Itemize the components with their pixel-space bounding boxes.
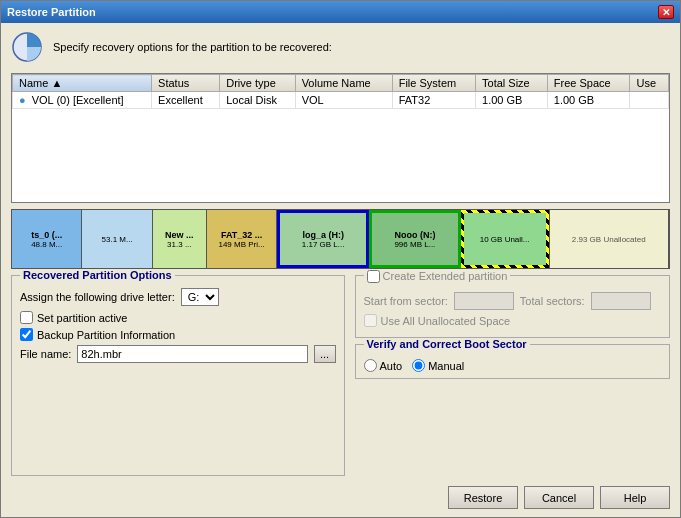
total-sectors-label: Total sectors: [520, 295, 585, 307]
cancel-button[interactable]: Cancel [524, 486, 594, 509]
set-active-label: Set partition active [37, 312, 128, 324]
backup-checkbox[interactable] [20, 328, 33, 341]
col-use[interactable]: Use [630, 75, 669, 92]
manual-label: Manual [428, 360, 464, 372]
start-sector-label: Start from sector: [364, 295, 448, 307]
drive-letter-select[interactable]: G: [181, 288, 219, 306]
set-active-row: Set partition active [20, 311, 336, 324]
table-row[interactable]: ● VOL (0) [Excellent] Excellent Local Di… [13, 92, 669, 109]
disk-segment-nooo[interactable]: Nooo (N:) 996 MB L... [369, 210, 461, 268]
header-text: Specify recovery options for the partiti… [53, 41, 332, 53]
col-free-space[interactable]: Free Space [547, 75, 630, 92]
cell-name: ● VOL (0) [Excellent] [13, 92, 152, 109]
window-content: Specify recovery options for the partiti… [1, 23, 680, 517]
col-name[interactable]: Name ▲ [13, 75, 152, 92]
options-area: Recovered Partition Options Assign the f… [11, 275, 670, 476]
drive-letter-label: Assign the following drive letter: [20, 291, 175, 303]
bottom-buttons: Restore Cancel Help [11, 482, 670, 509]
window-title: Restore Partition [7, 6, 96, 18]
col-status[interactable]: Status [152, 75, 220, 92]
unallocated-checkbox [364, 314, 377, 327]
disk-segment-log[interactable]: log_a (H:) 1.17 GB L... [277, 210, 369, 268]
set-active-checkbox[interactable] [20, 311, 33, 324]
table-header-row: Name ▲ Status Drive type Volume Name Fil… [13, 75, 669, 92]
restore-button[interactable]: Restore [448, 486, 518, 509]
file-label: File name: [20, 348, 71, 360]
backup-row: Backup Partition Information [20, 328, 336, 341]
create-extended-label: Create Extended partition [383, 270, 508, 282]
backup-label: Backup Partition Information [37, 329, 175, 341]
auto-radio[interactable] [364, 359, 377, 372]
restore-partition-window: Restore Partition ✕ Specify recovery opt… [0, 0, 681, 518]
cell-drive-type: Local Disk [220, 92, 295, 109]
left-options-title: Recovered Partition Options [20, 269, 175, 281]
unallocated-label: Use All Unallocated Space [381, 315, 511, 327]
col-volume-name[interactable]: Volume Name [295, 75, 392, 92]
boot-sector-radio-group: Auto Manual [364, 359, 662, 372]
col-drive-type[interactable]: Drive type [220, 75, 295, 92]
disk-segment-fat[interactable]: FAT_32 ... 149 MB Pri... [207, 210, 277, 268]
col-file-system[interactable]: File System [392, 75, 475, 92]
file-input[interactable]: 82h.mbr [77, 345, 307, 363]
sector-rows: Start from sector: Total sectors: Use Al… [364, 292, 662, 327]
cell-free-space: 1.00 GB [547, 92, 630, 109]
unallocated-row: Use All Unallocated Space [364, 314, 662, 327]
titlebar: Restore Partition ✕ [1, 1, 680, 23]
auto-label: Auto [380, 360, 403, 372]
left-options-panel: Recovered Partition Options Assign the f… [11, 275, 345, 476]
cell-file-system: FAT32 [392, 92, 475, 109]
partition-table-container[interactable]: Name ▲ Status Drive type Volume Name Fil… [11, 73, 670, 203]
manual-radio-label: Manual [412, 359, 464, 372]
partition-table: Name ▲ Status Drive type Volume Name Fil… [12, 74, 669, 109]
disk-segment-selected[interactable]: 10 GB Unall... [461, 210, 550, 268]
close-button[interactable]: ✕ [658, 5, 674, 19]
disk-segment-new[interactable]: New ... 31.3 ... [153, 210, 207, 268]
right-options-panel: Create Extended partition Start from sec… [355, 275, 671, 476]
disk-segment-unalloc2[interactable]: 2.93 GB Unallocated [550, 210, 669, 268]
drive-letter-row: Assign the following drive letter: G: [20, 288, 336, 306]
auto-radio-label: Auto [364, 359, 403, 372]
create-extended-title: Create Extended partition [364, 269, 511, 283]
verify-boot-panel: Verify and Correct Boot Sector Auto Manu… [355, 344, 671, 379]
total-sectors-input [591, 292, 651, 310]
manual-radio[interactable] [412, 359, 425, 372]
help-button[interactable]: Help [600, 486, 670, 509]
cell-use [630, 92, 669, 109]
start-sector-input [454, 292, 514, 310]
header-area: Specify recovery options for the partiti… [11, 31, 670, 63]
col-total-size[interactable]: Total Size [476, 75, 548, 92]
disk-map: ts_0 (... 48.8 M... 53.1 M... New ... 31… [11, 209, 670, 269]
verify-boot-title: Verify and Correct Boot Sector [364, 338, 530, 350]
disk-segment-51[interactable]: 53.1 M... [82, 210, 152, 268]
disk-segment-ts[interactable]: ts_0 (... 48.8 M... [12, 210, 82, 268]
cell-total-size: 1.00 GB [476, 92, 548, 109]
browse-button[interactable]: ... [314, 345, 336, 363]
cell-status: Excellent [152, 92, 220, 109]
cell-volume-name: VOL [295, 92, 392, 109]
create-extended-panel: Create Extended partition Start from sec… [355, 275, 671, 338]
file-row: File name: 82h.mbr ... [20, 345, 336, 363]
restore-icon [11, 31, 43, 63]
create-extended-checkbox[interactable] [367, 270, 380, 283]
start-sector-row: Start from sector: Total sectors: [364, 292, 662, 310]
